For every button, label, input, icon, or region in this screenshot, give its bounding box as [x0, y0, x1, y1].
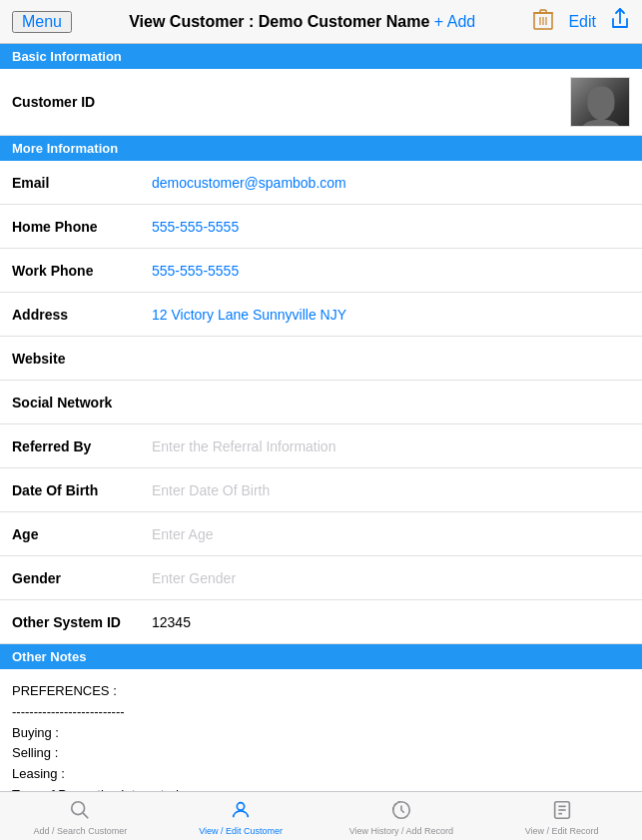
nav-actions: Edit	[532, 7, 630, 36]
nav-bar: Menu View Customer : Demo Customer Name …	[0, 0, 642, 44]
website-label: Website	[12, 351, 152, 367]
svg-point-3	[237, 802, 244, 809]
tab-view-edit-label: View / Edit Customer	[199, 826, 283, 836]
customer-id-row: Customer ID	[0, 69, 642, 136]
gender-label: Gender	[12, 570, 152, 586]
address-label: Address	[12, 307, 152, 323]
address-row: Address 12 Victory Lane Sunnyville NJY	[0, 293, 642, 337]
tab-add-search-label: Add / Search Customer	[34, 826, 128, 836]
referred-by-placeholder: Enter the Referral Information	[152, 438, 335, 454]
home-phone-value[interactable]: 555-555-5555	[152, 219, 239, 235]
search-icon	[69, 799, 91, 824]
tab-view-edit-record[interactable]: View / Edit Record	[481, 792, 642, 840]
avatar-image	[571, 78, 630, 127]
other-system-id-value: 12345	[152, 614, 191, 630]
social-network-row: Social Network	[0, 381, 642, 424]
svg-line-2	[84, 813, 89, 818]
tab-view-edit-customer[interactable]: View / Edit Customer	[161, 792, 321, 840]
other-notes-header: Other Notes	[0, 644, 642, 669]
other-system-id-label: Other System ID	[12, 614, 152, 630]
referred-by-label: Referred By	[12, 438, 152, 454]
dob-placeholder: Enter Date Of Birth	[152, 482, 270, 498]
dob-row: Date Of Birth Enter Date Of Birth	[0, 468, 642, 512]
gender-row: Gender Enter Gender	[0, 556, 642, 600]
add-inline-button[interactable]: + Add	[434, 13, 475, 30]
customer-id-label: Customer ID	[12, 94, 152, 110]
age-label: Age	[12, 526, 152, 542]
history-icon	[390, 799, 412, 824]
work-phone-row: Work Phone 555-555-5555	[0, 249, 642, 293]
address-value[interactable]: 12 Victory Lane Sunnyville NJY	[152, 307, 346, 323]
dob-label: Date Of Birth	[12, 482, 152, 498]
page-title: View Customer : Demo Customer Name + Add	[72, 13, 532, 31]
basic-info-header: Basic Information	[0, 44, 642, 69]
email-row: Email democustomer@spambob.com	[0, 161, 642, 205]
edit-button[interactable]: Edit	[568, 13, 596, 31]
tab-add-search[interactable]: Add / Search Customer	[0, 792, 161, 840]
more-info-header: More Information	[0, 136, 642, 161]
age-placeholder: Enter Age	[152, 526, 214, 542]
tab-view-history-label: View History / Add Record	[349, 826, 453, 836]
referred-by-row: Referred By Enter the Referral Informati…	[0, 424, 642, 468]
title-text: View Customer : Demo Customer Name	[129, 13, 429, 30]
record-icon	[551, 799, 573, 824]
other-system-id-row: Other System ID 12345	[0, 600, 642, 644]
home-phone-row: Home Phone 555-555-5555	[0, 205, 642, 249]
tab-view-history[interactable]: View History / Add Record	[321, 792, 482, 840]
menu-button[interactable]: Menu	[12, 11, 72, 33]
work-phone-value[interactable]: 555-555-5555	[152, 263, 239, 279]
home-phone-label: Home Phone	[12, 219, 152, 235]
delete-icon[interactable]	[532, 7, 554, 36]
share-icon[interactable]	[610, 7, 630, 36]
gender-placeholder: Enter Gender	[152, 570, 236, 586]
age-row: Age Enter Age	[0, 512, 642, 556]
tab-bar: Add / Search Customer View / Edit Custom…	[0, 791, 642, 840]
website-row: Website	[0, 337, 642, 381]
avatar	[570, 77, 630, 127]
main-content: Basic Information Customer ID More Infor…	[0, 44, 642, 840]
person-icon	[230, 799, 252, 824]
svg-point-1	[72, 801, 85, 814]
work-phone-label: Work Phone	[12, 263, 152, 279]
social-network-label: Social Network	[12, 395, 152, 411]
tab-view-edit-record-label: View / Edit Record	[525, 826, 599, 836]
email-value[interactable]: democustomer@spambob.com	[152, 175, 346, 191]
email-label: Email	[12, 175, 152, 191]
